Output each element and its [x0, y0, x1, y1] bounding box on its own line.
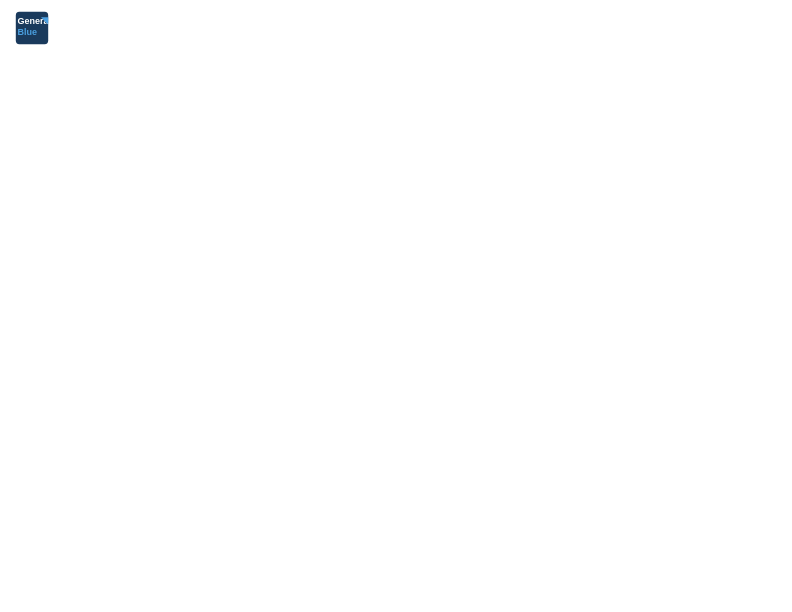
- page-header: General Blue: [10, 10, 782, 46]
- logo: General Blue: [14, 10, 54, 46]
- logo-icon: General Blue: [14, 10, 50, 46]
- svg-text:Blue: Blue: [18, 27, 38, 37]
